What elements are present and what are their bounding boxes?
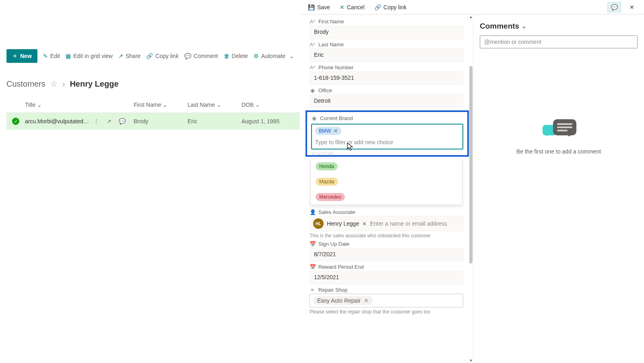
comment-button[interactable]: 💬Comment — [184, 53, 218, 59]
cell-first: Brody — [134, 118, 188, 124]
current-brand-highlight: ◉Current Brand BMW ✕ — [305, 110, 469, 157]
cell-last: Eric — [188, 118, 242, 124]
row-comment-icon[interactable]: 💬 — [116, 118, 128, 124]
close-panel[interactable]: ✕ — [625, 2, 639, 13]
repair-label: Repair Shop — [318, 287, 347, 293]
pencil-icon: ✎ — [43, 53, 48, 59]
plate-peek: 87470XP — [312, 151, 463, 157]
plus-icon: ＋ — [12, 52, 18, 60]
brand-chip-bmw[interactable]: BMW ✕ — [315, 127, 341, 135]
close-icon: ✕ — [340, 4, 345, 10]
text-icon: Aᵃ — [310, 41, 315, 48]
brand-option-honda[interactable]: Honda — [311, 159, 462, 174]
chevron-down-icon: ⌄ — [37, 102, 42, 108]
comments-empty-icon — [539, 119, 579, 142]
comments-toggle[interactable]: 💬 — [607, 2, 621, 13]
check-icon[interactable]: ✓ — [12, 118, 19, 125]
chevron-down-icon: ⌄ — [289, 53, 294, 59]
reward-input[interactable]: 12/5/2021 — [310, 271, 463, 284]
brand-option-mazda[interactable]: Mazda — [311, 174, 462, 189]
signup-label: Sign Up Date — [318, 241, 349, 247]
form-scrollbar[interactable]: ▲ ▼ — [469, 15, 473, 363]
automate-button[interactable]: ⚙Automate⌄ — [254, 53, 294, 59]
form-panel: AᵃFirst Name Brody AᵃLast Name Eric AᵃPh… — [300, 15, 473, 363]
chevron-down-icon: ⌄ — [522, 23, 526, 29]
office-label: Office — [318, 87, 332, 93]
cell-dob: August 1, 1995 — [242, 118, 298, 124]
chevron-down-icon: ⌄ — [255, 102, 260, 108]
save-button[interactable]: 💾Save — [305, 2, 333, 12]
text-icon: Aᵃ — [310, 64, 315, 71]
edit-grid-button[interactable]: ▦Edit in grid view — [66, 53, 113, 59]
first-name-label: First Name — [318, 19, 344, 25]
col-last[interactable]: Last Name ⌄ — [188, 102, 221, 108]
repair-chip[interactable]: Easy Auto Repair ✕ — [313, 296, 373, 305]
sa-name: Henry Legge — [327, 220, 359, 227]
sa-help: This is the sales associate who onboarde… — [310, 233, 463, 239]
comments-empty-text: Be the first one to add a comment — [473, 148, 644, 155]
repair-input[interactable]: Easy Auto Repair ✕ — [310, 294, 463, 307]
reward-label: Reward Period End — [318, 264, 364, 270]
trash-icon: 🗑 — [224, 53, 229, 59]
new-label: New — [20, 53, 32, 59]
brand-option-mercedes[interactable]: Mercedes — [311, 189, 462, 205]
grid-icon: ▦ — [66, 53, 71, 59]
row-share-icon[interactable]: ↗ — [103, 118, 115, 124]
cancel-button[interactable]: ✕Cancel — [336, 2, 368, 12]
chat-icon: 💬 — [184, 53, 191, 59]
brand-input-box[interactable]: BMW ✕ — [311, 124, 463, 149]
breadcrumb-root[interactable]: Customers — [6, 79, 45, 89]
save-icon: 💾 — [308, 4, 315, 10]
choice-icon: ◉ — [311, 115, 317, 121]
remove-chip-icon[interactable]: ✕ — [364, 297, 369, 304]
phone-label: Phone Number — [318, 64, 353, 71]
brand-label: Current Brand — [320, 115, 353, 121]
first-name-input[interactable]: Brody — [310, 25, 463, 39]
calendar-icon: 📅 — [310, 241, 315, 247]
list-toolbar: ＋ New ✎Edit ▦Edit in grid view ↗Share 🔗C… — [6, 49, 305, 63]
calendar-icon: 📅 — [310, 264, 315, 270]
brand-filter-input[interactable] — [315, 139, 459, 145]
sales-associate-label: Sales Associate — [318, 209, 355, 215]
chevron-down-icon: ⌄ — [163, 102, 167, 108]
comments-heading[interactable]: Comments ⌄ — [480, 22, 526, 31]
avatar: HL — [313, 218, 324, 229]
office-input[interactable]: Detroit — [310, 94, 463, 108]
copylink-button[interactable]: 🔗Copy link — [146, 53, 179, 59]
flow-icon: ⚙ — [254, 53, 259, 59]
row-more-icon[interactable]: ⋮ — [90, 118, 102, 124]
cell-title: arcu.Morbi@vulputatedu... — [25, 118, 89, 124]
chevron-down-icon: ⌄ — [217, 102, 221, 108]
person-icon: 👤 — [310, 209, 315, 215]
delete-button[interactable]: 🗑Delete — [224, 53, 248, 59]
sa-placeholder: Enter a name or email address — [370, 220, 447, 227]
close-icon: ✕ — [630, 4, 634, 10]
share-icon: ↗ — [118, 53, 123, 59]
favorite-icon[interactable]: ☆ — [50, 79, 58, 89]
panel-header: 💾Save ✕Cancel 🔗Copy link 💬 ✕ — [300, 0, 644, 15]
share-button[interactable]: ↗Share — [118, 53, 140, 59]
breadcrumb-current: Henry Legge — [70, 79, 118, 89]
phone-input[interactable]: 1-618-159-3521 — [310, 71, 463, 85]
comment-input[interactable]: @mention or comment — [480, 35, 638, 48]
signup-input[interactable]: 8/7/2021 — [310, 248, 463, 261]
col-title[interactable]: Title ⌄ — [25, 102, 42, 108]
copylink-button[interactable]: 🔗Copy link — [371, 2, 410, 12]
scroll-thumb[interactable] — [469, 66, 473, 263]
last-name-label: Last Name — [318, 41, 344, 48]
edit-button[interactable]: ✎Edit — [43, 53, 60, 59]
last-name-input[interactable]: Eric — [310, 48, 463, 62]
brand-dropdown: Honda Mazda Mercedes — [310, 159, 462, 205]
choice-icon: ◉ — [310, 87, 315, 93]
link-icon: 🔗 — [374, 4, 381, 10]
col-dob[interactable]: DOB ⌄ — [242, 102, 260, 108]
remove-person-icon[interactable]: ✕ — [362, 221, 367, 227]
col-first[interactable]: First Name ⌄ — [134, 102, 167, 108]
comments-panel: Comments ⌄ @mention or comment Be the fi… — [473, 15, 644, 363]
scroll-down-icon[interactable]: ▼ — [469, 358, 473, 363]
sales-associate-input[interactable]: HL Henry Legge ✕ Enter a name or email a… — [310, 216, 463, 231]
scroll-up-icon[interactable]: ▲ — [469, 15, 473, 19]
remove-chip-icon[interactable]: ✕ — [334, 128, 338, 134]
new-button[interactable]: ＋ New — [6, 49, 37, 63]
chevron-right-icon: › — [62, 79, 65, 89]
